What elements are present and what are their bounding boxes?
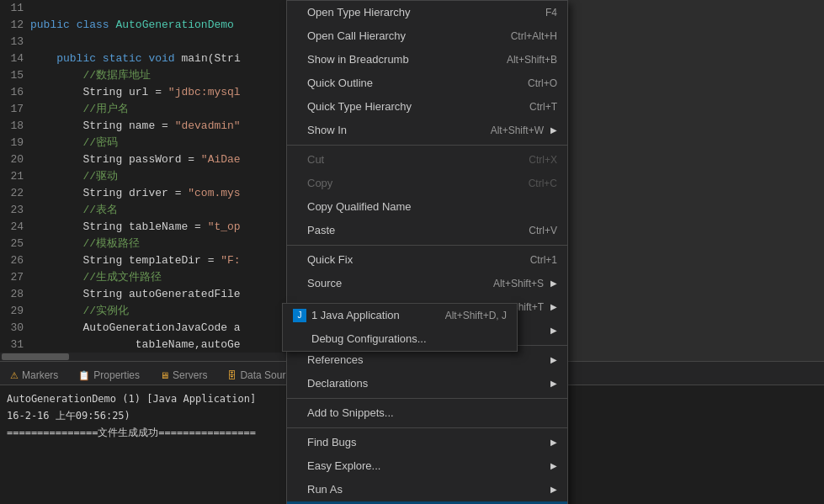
line-number: 27 (3, 269, 30, 286)
tab-icon-servers: 🖥 (160, 370, 169, 380)
menu-item-show-in-breadcrumb[interactable]: Show in BreadcrumbAlt+Shift+B (287, 48, 567, 72)
bottom-tab-properties[interactable]: 📋Properties (68, 365, 150, 385)
menu-item-label: Cut (307, 151, 512, 169)
line-content: String templateDir = "F: (30, 252, 241, 269)
line-content: String tableName = "t_op (30, 219, 241, 236)
line-number: 20 (3, 151, 30, 168)
menu-item-cut[interactable]: CutCtrl+X (287, 148, 567, 172)
code-line: 21 //驱动 (0, 168, 286, 185)
scrollbar-thumb[interactable] (2, 353, 69, 360)
menu-item-easy-explore[interactable]: Easy Explore...▶ (287, 454, 567, 478)
code-line: 15 //数据库地址 (0, 67, 286, 84)
menu-shortcut: Ctrl+V (529, 221, 557, 240)
code-line: 29 //实例化 (0, 303, 286, 320)
menu-item-label: References (307, 351, 544, 369)
menu-item-open-call-hierarchy[interactable]: Open Call HierarchyCtrl+Alt+H (287, 24, 567, 48)
menu-arrow-icon: ▶ (550, 321, 557, 340)
tab-label-servers: Servers (173, 369, 207, 381)
line-number: 22 (3, 185, 30, 202)
submenu-item-label: 1 Java Application (311, 306, 428, 325)
menu-item-references[interactable]: References▶ (287, 348, 567, 372)
menu-item-label: Quick Fix (307, 251, 513, 269)
debug-as-submenu: J1 Java ApplicationAlt+Shift+D, JDebug C… (282, 303, 518, 352)
menu-shortcut: Alt+Shift+S (493, 274, 544, 293)
menu-arrow-icon: ▶ (550, 351, 557, 369)
tab-label-markers: Markers (22, 369, 58, 381)
menu-item-quick-outline[interactable]: Quick OutlineCtrl+O (287, 72, 567, 95)
code-line: 28 String autoGeneratedFile (0, 286, 286, 303)
menu-item-declarations[interactable]: Declarations▶ (287, 372, 567, 395)
line-content: tableName,autoGe (30, 337, 241, 353)
menu-item-label: Find Bugs (307, 433, 544, 452)
menu-item-label: Run As (307, 480, 544, 499)
menu-shortcut: F4 (545, 3, 557, 22)
bottom-tab-servers[interactable]: 🖥Servers (150, 365, 217, 385)
menu-arrow-icon: ▶ (550, 374, 557, 393)
menu-item-copy-qualified-name[interactable]: Copy Qualified Name (287, 195, 567, 219)
line-number: 23 (3, 202, 30, 219)
menu-item-add-to-snippets[interactable]: Add to Snippets... (287, 401, 567, 425)
code-line: 17 //用户名 (0, 101, 286, 118)
menu-item-run-as[interactable]: Run As▶ (287, 478, 567, 501)
menu-item-label: Copy Qualified Name (307, 198, 557, 216)
bottom-tab-markers[interactable]: ⚠Markers (0, 365, 68, 385)
line-number: 13 (3, 34, 30, 50)
code-line: 30 AutoGenerationJavaCode a (0, 320, 286, 337)
menu-arrow-icon: ▶ (550, 457, 557, 475)
tab-icon-properties: 📋 (78, 370, 90, 381)
code-line: 20 String passWord = "AiDae (0, 151, 286, 168)
line-content: //表名 (30, 202, 118, 219)
line-content: //数据库地址 (30, 67, 151, 84)
menu-item-open-type-hierarchy[interactable]: Open Type HierarchyF4 (287, 1, 567, 24)
menu-shortcut: Alt+Shift+B (507, 50, 557, 69)
menu-item-show-in[interactable]: Show InAlt+Shift+W▶ (287, 119, 567, 142)
menu-item-source[interactable]: SourceAlt+Shift+S▶ (287, 272, 567, 295)
menu-item-label: Show in Breadcrumb (307, 50, 490, 69)
menu-shortcut: Ctrl+C (529, 174, 557, 193)
menu-item-copy[interactable]: CopyCtrl+C (287, 172, 567, 195)
code-line: 23 //表名 (0, 202, 286, 219)
line-content: String name = "devadmin" (30, 118, 241, 135)
code-editor[interactable]: 1112public class AutoGenerationDemo1314 … (0, 0, 286, 362)
menu-separator (287, 145, 567, 146)
submenu-item-label: Debug Configurations... (311, 330, 507, 348)
menu-shortcut: Ctrl+O (528, 74, 557, 93)
line-number: 14 (3, 50, 30, 67)
line-number: 15 (3, 67, 30, 84)
code-line: 31 tableName,autoGe (0, 337, 286, 353)
menu-item-quick-type-hierarchy[interactable]: Quick Type HierarchyCtrl+T (287, 95, 567, 119)
menu-item-label: Add to Snippets... (307, 404, 557, 422)
menu-item-label: Declarations (307, 374, 544, 393)
line-content: //实例化 (30, 303, 129, 320)
menu-item-find-bugs[interactable]: Find Bugs▶ (287, 431, 567, 454)
menu-item-paste[interactable]: PasteCtrl+V (287, 219, 567, 242)
submenu-item-java-app[interactable]: J1 Java ApplicationAlt+Shift+D, J (283, 304, 517, 327)
line-number: 16 (3, 84, 30, 101)
menu-shortcut: Ctrl+1 (530, 251, 557, 269)
editor-scrollbar[interactable] (0, 353, 286, 361)
menu-item-label: Open Type Hierarchy (307, 3, 529, 22)
line-content: String driver = "com.mys (30, 185, 241, 202)
line-number: 11 (3, 0, 30, 17)
menu-item-quick-fix[interactable]: Quick FixCtrl+1 (287, 248, 567, 272)
line-content: String url = "jdbc:mysql (30, 84, 241, 101)
line-content: public class AutoGenerationDemo (30, 17, 234, 34)
menu-arrow-icon: ▶ (550, 480, 557, 499)
code-line: 16 String url = "jdbc:mysql (0, 84, 286, 101)
code-line: 12public class AutoGenerationDemo (0, 17, 286, 34)
line-content: //生成文件路径 (30, 269, 162, 286)
menu-arrow-icon: ▶ (550, 433, 557, 452)
line-content: //用户名 (30, 101, 129, 118)
code-line: 27 //生成文件路径 (0, 269, 286, 286)
menu-item-label: Paste (307, 221, 512, 240)
menu-item-label: Source (307, 274, 476, 293)
menu-shortcut: Ctrl+T (529, 98, 557, 116)
line-number: 24 (3, 219, 30, 236)
line-number: 21 (3, 168, 30, 185)
menu-item-label: Easy Explore... (307, 457, 544, 475)
menu-arrow-icon: ▶ (550, 298, 557, 316)
menu-arrow-icon: ▶ (550, 274, 557, 293)
line-number: 25 (3, 236, 30, 252)
submenu-item-debug-configs[interactable]: Debug Configurations... (283, 327, 517, 351)
line-number: 19 (3, 135, 30, 151)
